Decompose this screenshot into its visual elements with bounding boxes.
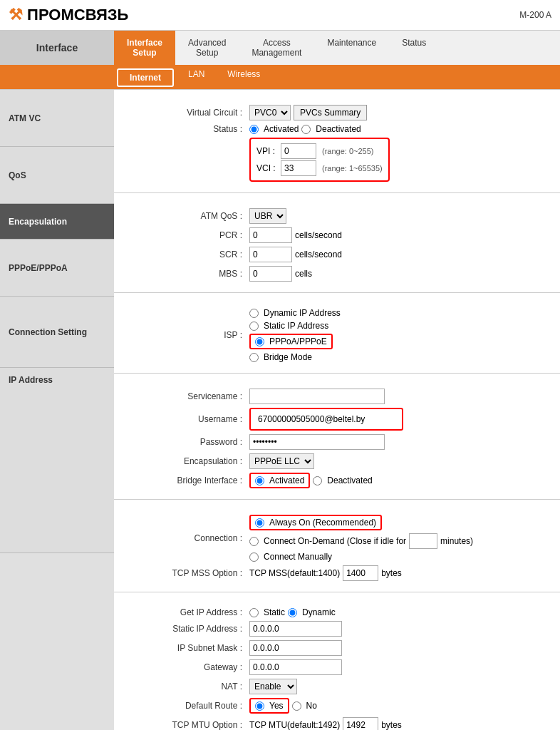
- servicename-label: Servicename :: [128, 391, 249, 401]
- status-deactivated-radio[interactable]: [301, 125, 311, 134]
- encapsulation-value: PPPoE LLC: [249, 453, 314, 469]
- bridge-activated-radio[interactable]: [255, 476, 264, 485]
- conn-manually-row: Connect Manually: [249, 552, 332, 562]
- encapsulation-select[interactable]: PPPoE LLC: [249, 453, 314, 469]
- conn-always-on-box: Always On (Recommended): [249, 515, 382, 530]
- sub-nav-spacer: [0, 66, 114, 89]
- gateway-label: Gateway :: [128, 662, 249, 672]
- gateway-input[interactable]: [249, 659, 342, 675]
- pppoe-section: Servicename : Username : Password :: [114, 374, 560, 500]
- tcp-mtu-row: TCP MTU Option : TCP MTU(default:1492) b…: [128, 717, 546, 730]
- atm-vc-section: Virtual Circuit : PVC0 PVCs Summary Stat…: [114, 90, 560, 193]
- nat-row: NAT : EnableDisable: [128, 679, 546, 694]
- conn-idle-input[interactable]: [409, 533, 437, 549]
- atm-qos-row: ATM QoS : UBR: [128, 208, 546, 224]
- default-route-yes-label: Yes: [269, 701, 284, 711]
- scr-input[interactable]: [249, 247, 292, 262]
- sub-tab-internet[interactable]: Internet: [117, 68, 174, 87]
- get-ip-label: Get IP Address :: [128, 607, 249, 617]
- mbs-input[interactable]: [249, 266, 292, 282]
- conn-manually-radio[interactable]: [249, 552, 259, 562]
- connection-row: Connection : Always On (Recommended) Con…: [128, 515, 546, 562]
- default-route-row: Default Route : Yes No: [128, 698, 546, 714]
- username-input[interactable]: [255, 411, 398, 427]
- status-row: Status : Activated Deactivated: [128, 124, 546, 134]
- isp-bridge-label: Bridge Mode: [264, 352, 312, 362]
- servicename-row: Servicename :: [128, 389, 546, 404]
- main-nav: Interface Interface Setup Advanced Setup…: [0, 31, 560, 66]
- scr-unit: cells/second: [295, 250, 342, 259]
- tab-maintenance[interactable]: Maintenance: [314, 31, 389, 65]
- subnet-mask-value: [249, 640, 342, 656]
- model-label: M-200 A: [519, 10, 551, 20]
- atm-qos-select[interactable]: UBR: [249, 208, 286, 224]
- conn-on-demand-row: Connect On-Demand (Close if idle for min…: [249, 533, 473, 549]
- bridge-interface-label: Bridge Interface :: [128, 475, 249, 485]
- pcr-input[interactable]: [249, 227, 292, 243]
- status-activated-radio[interactable]: [249, 125, 259, 134]
- bridge-activated-label: Activated: [269, 475, 304, 485]
- sub-tabs-container: Internet LAN Wireless: [114, 66, 271, 89]
- status-activated-label: Activated: [264, 124, 299, 134]
- main-content: ATM VC QoS Encapsulation PPPoE/PPPoA Con…: [0, 90, 560, 730]
- connection-label: Connection :: [128, 533, 249, 543]
- nat-select[interactable]: EnableDisable: [249, 679, 297, 694]
- sub-tab-lan[interactable]: LAN: [177, 66, 216, 89]
- virtual-circuit-select[interactable]: PVC0: [249, 105, 291, 120]
- password-row: Password :: [128, 434, 546, 450]
- isp-static-radio[interactable]: [249, 322, 259, 331]
- pcr-value: cells/second: [249, 227, 342, 243]
- bridge-deactivated-radio[interactable]: [313, 476, 322, 485]
- isp-bridge-radio[interactable]: [249, 353, 259, 362]
- default-route-yes-radio[interactable]: [255, 701, 264, 711]
- tab-access-management[interactable]: Access Management: [239, 31, 314, 65]
- sidebar-item-pppoe-ppoa: PPPoE/PPPoA: [0, 240, 114, 297]
- nat-label: NAT :: [128, 682, 249, 692]
- sidebar-item-qos: QoS: [0, 147, 114, 204]
- static-ip-input[interactable]: [249, 621, 342, 637]
- default-route-no-radio[interactable]: [292, 701, 301, 711]
- conn-always-on-radio[interactable]: [255, 518, 264, 528]
- username-label: Username :: [128, 414, 249, 424]
- default-route-value: Yes No: [249, 698, 317, 714]
- tcp-mtu-input[interactable]: [343, 717, 378, 730]
- isp-pppoa-radio[interactable]: [255, 337, 264, 346]
- isp-pppoa-label: PPPoA/PPPoE: [269, 336, 327, 346]
- get-ip-dynamic-radio[interactable]: [288, 608, 297, 617]
- static-ip-label: Static IP Address :: [128, 624, 249, 634]
- isp-bridge[interactable]: Bridge Mode: [249, 352, 312, 362]
- subnet-mask-input[interactable]: [249, 640, 342, 656]
- tab-advanced-setup[interactable]: Advanced Setup: [175, 31, 239, 65]
- isp-pppoa-pppoe[interactable]: PPPoA/PPPoE: [249, 334, 333, 349]
- connection-setting-section: Connection : Always On (Recommended) Con…: [114, 500, 560, 592]
- get-ip-static-radio[interactable]: [249, 608, 259, 617]
- atm-qos-label: ATM QoS :: [128, 211, 249, 221]
- virtual-circuit-label: Virtual Circuit :: [128, 108, 249, 118]
- tab-interface-setup[interactable]: Interface Setup: [114, 31, 175, 65]
- tcp-mtu-text: TCP MTU(default:1492): [249, 720, 340, 730]
- pvc-summary-button[interactable]: PVCs Summary: [294, 105, 367, 120]
- conn-on-demand-radio[interactable]: [249, 537, 259, 546]
- atm-qos-value: UBR: [249, 208, 286, 224]
- vpi-input[interactable]: [281, 143, 316, 159]
- encapsulation-row: Encapsulation : PPPoE LLC: [128, 453, 546, 469]
- isp-static-ip[interactable]: Static IP Address: [249, 321, 328, 331]
- scr-row: SCR : cells/second: [128, 247, 546, 262]
- password-input[interactable]: [249, 434, 385, 450]
- tab-status[interactable]: Status: [389, 31, 439, 65]
- sub-tab-wireless[interactable]: Wireless: [216, 66, 271, 89]
- conn-always-on-label: Always On (Recommended): [269, 518, 376, 528]
- isp-dynamic-radio[interactable]: [249, 309, 259, 318]
- conn-on-demand-label: Connect On-Demand (Close if idle for: [264, 536, 406, 546]
- virtual-circuit-value: PVC0 PVCs Summary: [249, 105, 367, 120]
- encap-pppoa-box: PPPoA/PPPoE: [249, 334, 333, 349]
- tcp-mss-label: TCP MSS Option :: [128, 568, 249, 578]
- conn-manually-label: Connect Manually: [264, 552, 332, 562]
- isp-dynamic-ip[interactable]: Dynamic IP Address: [249, 308, 341, 318]
- get-ip-row: Get IP Address : Static Dynamic: [128, 607, 546, 617]
- tcp-mss-input[interactable]: [343, 565, 378, 581]
- vci-input[interactable]: [281, 160, 316, 176]
- pcr-label: PCR :: [128, 230, 249, 240]
- servicename-input[interactable]: [249, 389, 385, 404]
- sidebar-item-atm-vc: ATM VC: [0, 90, 114, 147]
